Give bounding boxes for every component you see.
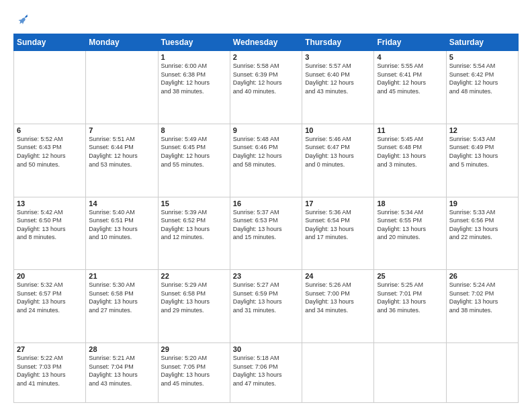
calendar-cell: 23Sunrise: 5:27 AMSunset: 6:59 PMDayligh…	[230, 270, 302, 343]
week-row-3: 13Sunrise: 5:42 AMSunset: 6:50 PMDayligh…	[14, 197, 519, 270]
calendar-cell: 13Sunrise: 5:42 AMSunset: 6:50 PMDayligh…	[14, 197, 86, 270]
day-info: Sunrise: 5:30 AMSunset: 6:58 PMDaylight:…	[89, 281, 154, 314]
day-info: Sunrise: 5:26 AMSunset: 7:00 PMDaylight:…	[305, 281, 371, 314]
day-info: Sunrise: 5:45 AMSunset: 6:48 PMDaylight:…	[377, 135, 443, 169]
day-info: Sunrise: 5:29 AMSunset: 6:58 PMDaylight:…	[161, 281, 227, 314]
day-info: Sunrise: 5:37 AMSunset: 6:53 PMDaylight:…	[233, 208, 299, 242]
day-number: 4	[377, 53, 443, 61]
day-number: 20	[17, 272, 83, 280]
calendar-cell: 15Sunrise: 5:39 AMSunset: 6:52 PMDayligh…	[158, 197, 230, 270]
calendar-cell: 11Sunrise: 5:45 AMSunset: 6:48 PMDayligh…	[374, 124, 446, 197]
calendar-cell: 9Sunrise: 5:48 AMSunset: 6:46 PMDaylight…	[230, 124, 302, 197]
day-number: 15	[161, 199, 227, 208]
calendar-cell: 18Sunrise: 5:34 AMSunset: 6:55 PMDayligh…	[374, 197, 446, 270]
calendar-cell: 2Sunrise: 5:58 AMSunset: 6:39 PMDaylight…	[230, 51, 302, 124]
day-info: Sunrise: 5:34 AMSunset: 6:55 PMDaylight:…	[377, 208, 443, 242]
day-info: Sunrise: 5:24 AMSunset: 7:02 PMDaylight:…	[449, 281, 515, 314]
day-info: Sunrise: 6:00 AMSunset: 6:38 PMDaylight:…	[161, 62, 227, 95]
calendar-cell: 16Sunrise: 5:37 AMSunset: 6:53 PMDayligh…	[230, 197, 302, 270]
day-number: 24	[305, 272, 371, 280]
weekday-header-row: SundayMondayTuesdayWednesdayThursdayFrid…	[14, 34, 519, 51]
weekday-header-wednesday: Wednesday	[230, 34, 302, 51]
calendar-cell	[374, 343, 446, 403]
weekday-header-saturday: Saturday	[446, 34, 518, 51]
header	[13, 12, 519, 27]
week-row-5: 27Sunrise: 5:22 AMSunset: 7:03 PMDayligh…	[14, 343, 519, 403]
day-number: 7	[89, 126, 154, 134]
day-number: 27	[17, 345, 83, 353]
day-info: Sunrise: 5:18 AMSunset: 7:06 PMDaylight:…	[233, 354, 299, 387]
day-number: 16	[233, 199, 299, 208]
day-info: Sunrise: 5:22 AMSunset: 7:03 PMDaylight:…	[17, 354, 83, 387]
day-info: Sunrise: 5:27 AMSunset: 6:59 PMDaylight:…	[233, 281, 299, 314]
weekday-header-friday: Friday	[374, 34, 446, 51]
day-info: Sunrise: 5:20 AMSunset: 7:05 PMDaylight:…	[161, 354, 227, 387]
weekday-header-thursday: Thursday	[302, 34, 374, 51]
day-number: 10	[305, 126, 371, 134]
calendar-table: SundayMondayTuesdayWednesdayThursdayFrid…	[13, 34, 519, 403]
day-info: Sunrise: 5:46 AMSunset: 6:47 PMDaylight:…	[305, 135, 371, 169]
day-info: Sunrise: 5:52 AMSunset: 6:43 PMDaylight:…	[17, 135, 83, 169]
logo-bird-icon	[15, 12, 30, 27]
day-info: Sunrise: 5:21 AMSunset: 7:04 PMDaylight:…	[89, 354, 154, 387]
day-info: Sunrise: 5:40 AMSunset: 6:51 PMDaylight:…	[89, 208, 154, 242]
calendar-cell	[446, 343, 518, 403]
day-info: Sunrise: 5:39 AMSunset: 6:52 PMDaylight:…	[161, 208, 227, 242]
week-row-4: 20Sunrise: 5:32 AMSunset: 6:57 PMDayligh…	[14, 270, 519, 343]
day-number: 1	[161, 53, 227, 61]
day-number: 23	[233, 272, 299, 280]
weekday-header-sunday: Sunday	[14, 34, 86, 51]
day-number: 30	[233, 345, 299, 353]
calendar-cell: 29Sunrise: 5:20 AMSunset: 7:05 PMDayligh…	[158, 343, 230, 403]
calendar-cell: 3Sunrise: 5:57 AMSunset: 6:40 PMDaylight…	[302, 51, 374, 124]
day-number: 13	[17, 199, 83, 208]
week-row-1: 1Sunrise: 6:00 AMSunset: 6:38 PMDaylight…	[14, 51, 519, 124]
day-number: 18	[377, 199, 443, 208]
calendar-cell: 26Sunrise: 5:24 AMSunset: 7:02 PMDayligh…	[446, 270, 518, 343]
calendar-cell: 12Sunrise: 5:43 AMSunset: 6:49 PMDayligh…	[446, 124, 518, 197]
day-info: Sunrise: 5:58 AMSunset: 6:39 PMDaylight:…	[233, 62, 299, 95]
calendar-cell: 22Sunrise: 5:29 AMSunset: 6:58 PMDayligh…	[158, 270, 230, 343]
calendar-cell: 4Sunrise: 5:55 AMSunset: 6:41 PMDaylight…	[374, 51, 446, 124]
day-number: 11	[377, 126, 443, 134]
calendar-cell: 25Sunrise: 5:25 AMSunset: 7:01 PMDayligh…	[374, 270, 446, 343]
weekday-header-monday: Monday	[86, 34, 158, 51]
calendar-cell: 8Sunrise: 5:49 AMSunset: 6:45 PMDaylight…	[158, 124, 230, 197]
logo	[13, 12, 30, 27]
day-info: Sunrise: 5:25 AMSunset: 7:01 PMDaylight:…	[377, 281, 443, 314]
day-number: 3	[305, 53, 371, 61]
day-info: Sunrise: 5:49 AMSunset: 6:45 PMDaylight:…	[161, 135, 227, 169]
day-info: Sunrise: 5:54 AMSunset: 6:42 PMDaylight:…	[449, 62, 515, 95]
calendar-cell: 17Sunrise: 5:36 AMSunset: 6:54 PMDayligh…	[302, 197, 374, 270]
calendar-cell: 6Sunrise: 5:52 AMSunset: 6:43 PMDaylight…	[14, 124, 86, 197]
week-row-2: 6Sunrise: 5:52 AMSunset: 6:43 PMDaylight…	[14, 124, 519, 197]
day-number: 5	[449, 53, 515, 61]
calendar-cell: 30Sunrise: 5:18 AMSunset: 7:06 PMDayligh…	[230, 343, 302, 403]
day-number: 28	[89, 345, 154, 353]
day-number: 6	[17, 126, 83, 134]
day-number: 14	[89, 199, 154, 208]
calendar-cell: 5Sunrise: 5:54 AMSunset: 6:42 PMDaylight…	[446, 51, 518, 124]
day-info: Sunrise: 5:36 AMSunset: 6:54 PMDaylight:…	[305, 208, 371, 242]
calendar-cell: 24Sunrise: 5:26 AMSunset: 7:00 PMDayligh…	[302, 270, 374, 343]
day-info: Sunrise: 5:43 AMSunset: 6:49 PMDaylight:…	[449, 135, 515, 169]
day-info: Sunrise: 5:48 AMSunset: 6:46 PMDaylight:…	[233, 135, 299, 169]
calendar-cell: 1Sunrise: 6:00 AMSunset: 6:38 PMDaylight…	[158, 51, 230, 124]
calendar-cell: 27Sunrise: 5:22 AMSunset: 7:03 PMDayligh…	[14, 343, 86, 403]
day-number: 12	[449, 126, 515, 134]
calendar-cell: 19Sunrise: 5:33 AMSunset: 6:56 PMDayligh…	[446, 197, 518, 270]
calendar-cell	[302, 343, 374, 403]
day-info: Sunrise: 5:55 AMSunset: 6:41 PMDaylight:…	[377, 62, 443, 95]
calendar-cell	[86, 51, 158, 124]
day-info: Sunrise: 5:42 AMSunset: 6:50 PMDaylight:…	[17, 208, 83, 242]
page: SundayMondayTuesdayWednesdayThursdayFrid…	[0, 0, 532, 411]
calendar-cell: 10Sunrise: 5:46 AMSunset: 6:47 PMDayligh…	[302, 124, 374, 197]
calendar-cell: 21Sunrise: 5:30 AMSunset: 6:58 PMDayligh…	[86, 270, 158, 343]
day-number: 2	[233, 53, 299, 61]
day-number: 25	[377, 272, 443, 280]
weekday-header-tuesday: Tuesday	[158, 34, 230, 51]
day-number: 21	[89, 272, 154, 280]
day-number: 29	[161, 345, 227, 353]
day-number: 17	[305, 199, 371, 208]
calendar-cell	[14, 51, 86, 124]
